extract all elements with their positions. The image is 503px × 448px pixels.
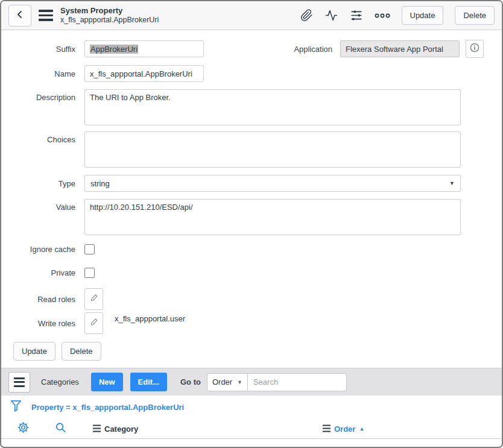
list-search-icon[interactable]	[55, 421, 66, 435]
filter-funnel-icon[interactable]	[10, 400, 22, 415]
list-menu-icon	[14, 377, 25, 387]
ignore-cache-label: Ignore cache	[1, 245, 84, 254]
name-label: Name	[1, 69, 84, 78]
list-context-menu-button[interactable]	[8, 372, 30, 393]
goto-field-select[interactable]: Order ▼	[207, 373, 248, 391]
back-button[interactable]	[8, 5, 31, 27]
description-textarea[interactable]: The URI to App Broker.	[84, 89, 461, 125]
activity-stream-icon[interactable]	[324, 9, 338, 22]
pencil-icon	[90, 318, 98, 329]
write-roles-label: Write roles	[1, 319, 84, 328]
write-roles-edit-button[interactable]	[84, 312, 103, 334]
value-textarea[interactable]: http://10.20.151.210/ESD/api/	[84, 199, 461, 235]
type-select-value: string	[90, 179, 110, 188]
column-menu-icon	[93, 425, 101, 432]
private-label: Private	[1, 268, 84, 277]
form-delete-button[interactable]: Delete	[62, 342, 101, 361]
caret-down-icon: ▼	[237, 379, 242, 385]
page-title: System Property	[60, 6, 159, 16]
system-property-window: System Property x_fls_appportal.AppBroke…	[0, 0, 503, 448]
order-column-label: Order	[334, 424, 355, 433]
info-icon	[470, 43, 479, 55]
write-roles-value: x_fls_appportal.user	[115, 314, 185, 323]
goto-select-value: Order	[212, 377, 232, 386]
caret-down-icon: ▼	[449, 180, 455, 186]
column-header-category[interactable]: Category	[93, 424, 138, 433]
header-update-button[interactable]: Update	[402, 6, 444, 25]
goto-label: Go to	[180, 377, 201, 386]
column-header-order[interactable]: Order ▲	[323, 424, 364, 433]
more-options-icon[interactable]	[375, 12, 390, 19]
related-list-title: Categories	[41, 377, 79, 386]
choices-textarea[interactable]	[84, 131, 461, 168]
type-label: Type	[1, 179, 84, 188]
suffix-input[interactable]: AppBrokerUri	[84, 40, 204, 57]
suffix-label: Suffix	[1, 45, 84, 54]
form-context-menu-icon[interactable]	[39, 10, 53, 21]
edit-button[interactable]: Edit...	[130, 373, 167, 391]
pencil-icon	[90, 294, 98, 304]
read-roles-label: Read roles	[1, 295, 84, 304]
header-delete-button[interactable]: Delete	[455, 6, 495, 25]
record-subtitle: x_fls_appportal.AppBrokerUri	[60, 16, 159, 25]
description-label: Description	[1, 89, 84, 102]
form-update-button[interactable]: Update	[13, 342, 55, 361]
list-search-input[interactable]	[248, 373, 347, 391]
category-column-label: Category	[104, 424, 138, 433]
list-filter-row: Property = x_fls_appportal.AppBrokerUri	[1, 396, 502, 418]
read-roles-edit-button[interactable]	[84, 288, 103, 310]
application-input	[340, 40, 460, 57]
record-title: System Property x_fls_appportal.AppBroke…	[60, 6, 159, 25]
choices-label: Choices	[1, 131, 84, 144]
value-label: Value	[1, 199, 84, 212]
type-select[interactable]: string ▼	[84, 175, 461, 192]
column-menu-icon	[323, 425, 331, 432]
list-personalize-gear-icon[interactable]	[17, 421, 30, 436]
chevron-left-icon	[15, 10, 25, 22]
application-label: Application	[204, 45, 340, 54]
paperclip-icon[interactable]	[300, 9, 313, 22]
application-info-button[interactable]	[466, 40, 484, 58]
categories-toolbar: Categories New Edit... Go to Order ▼	[1, 368, 502, 396]
form-header: System Property x_fls_appportal.AppBroke…	[1, 1, 502, 30]
private-checkbox[interactable]	[84, 268, 95, 278]
sort-ascending-icon: ▲	[359, 426, 364, 432]
system-property-form: Suffix AppBrokerUri Application Name Des…	[1, 30, 502, 361]
suffix-selected-text: AppBrokerUri	[90, 45, 138, 54]
ignore-cache-checkbox[interactable]	[84, 244, 95, 254]
new-button[interactable]: New	[91, 373, 123, 391]
name-input[interactable]	[84, 65, 204, 82]
filter-breadcrumb-link[interactable]: Property = x_fls_appportal.AppBrokerUri	[31, 403, 184, 412]
list-header-row: Category Order ▲	[1, 418, 502, 439]
personalize-form-icon[interactable]	[350, 9, 363, 22]
